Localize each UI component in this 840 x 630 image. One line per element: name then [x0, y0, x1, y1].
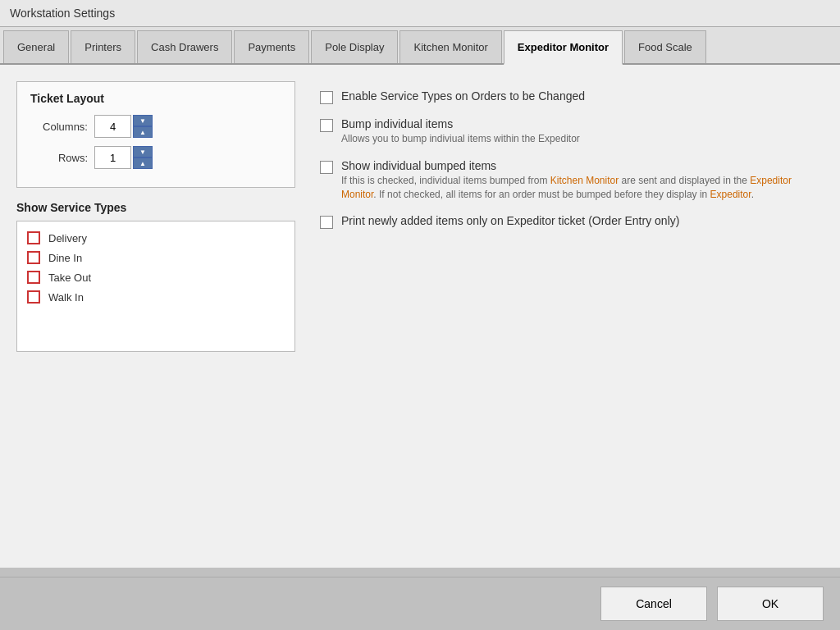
take-out-label: Take Out: [48, 272, 91, 284]
ok-button[interactable]: OK: [717, 587, 824, 621]
tab-cash-drawers[interactable]: Cash Drawers: [137, 30, 232, 63]
tab-food-scale[interactable]: Food Scale: [624, 30, 706, 63]
cancel-button[interactable]: Cancel: [600, 587, 707, 621]
tab-pole-display[interactable]: Pole Display: [311, 30, 398, 63]
show-bumped-label: Show individual bumped items: [341, 159, 824, 172]
show-bumped-desc3: . If not checked, all items for an order…: [373, 189, 710, 200]
option-enable-service-types: Enable Service Types on Orders to be Cha…: [320, 89, 824, 104]
bottom-bar: Cancel OK: [0, 577, 840, 630]
tab-payments[interactable]: Payments: [234, 30, 309, 63]
tab-general[interactable]: General: [3, 30, 69, 63]
enable-service-types-content: Enable Service Types on Orders to be Cha…: [341, 89, 824, 104]
rows-down-btn[interactable]: ▼: [133, 146, 153, 158]
show-bumped-highlight1: Kitchen Monitor: [550, 175, 619, 186]
dine-in-checkbox[interactable]: [27, 251, 40, 264]
delivery-label: Delivery: [48, 232, 87, 244]
show-bumped-desc: If this is checked, individual items bum…: [341, 174, 824, 202]
columns-row: Columns: ▼ ▲: [30, 115, 281, 138]
content-area: Ticket Layout Columns: ▼ ▲ Rows:: [16, 81, 824, 352]
columns-spinner-btns: ▼ ▲: [133, 115, 153, 138]
service-types-list: Delivery Dine In Take Out Walk In: [16, 221, 295, 352]
service-types-title: Show Service Types: [16, 201, 295, 214]
tab-printers[interactable]: Printers: [71, 30, 135, 63]
print-newly-content: Print newly added items only on Expedito…: [341, 214, 824, 229]
tab-kitchen-monitor[interactable]: Kitchen Monitor: [399, 30, 501, 63]
rows-spinner: ▼ ▲: [94, 146, 153, 169]
rows-row: Rows: ▼ ▲: [30, 146, 281, 169]
option-show-bumped: Show individual bumped items If this is …: [320, 159, 824, 202]
show-bumped-desc2: are sent and displayed in the: [619, 175, 750, 186]
columns-down-btn[interactable]: ▼: [133, 115, 153, 126]
rows-up-btn[interactable]: ▲: [133, 158, 153, 169]
show-bumped-highlight3: Expeditor: [710, 189, 751, 200]
enable-service-types-label: Enable Service Types on Orders to be Cha…: [341, 89, 824, 103]
rows-label: Rows:: [30, 152, 88, 164]
list-item: Delivery: [24, 228, 288, 248]
option-print-newly: Print newly added items only on Expedito…: [320, 214, 824, 229]
ticket-layout-title: Ticket Layout: [30, 92, 281, 105]
columns-label: Columns:: [30, 121, 88, 133]
bump-individual-label: Bump individual items: [341, 117, 824, 130]
list-item: Walk In: [24, 287, 288, 307]
option-bump-individual: Bump individual items Allows you to bump…: [320, 117, 824, 146]
rows-input[interactable]: [94, 146, 131, 169]
title-bar: Workstation Settings: [0, 0, 840, 27]
enable-service-types-checkbox[interactable]: [320, 91, 333, 104]
columns-spinner: ▼ ▲: [94, 115, 153, 138]
bump-individual-desc: Allows you to bump indiviual items withi…: [341, 132, 824, 146]
rows-spinner-btns: ▼ ▲: [133, 146, 153, 169]
right-panel: Enable Service Types on Orders to be Cha…: [320, 81, 824, 352]
service-types-section: Show Service Types Delivery Dine In Take…: [16, 201, 295, 352]
list-item: Dine In: [24, 248, 288, 267]
list-item: Take Out: [24, 267, 288, 287]
tabs-container: General Printers Cash Drawers Payments P…: [0, 27, 840, 65]
dine-in-label: Dine In: [48, 252, 82, 264]
walk-in-checkbox[interactable]: [27, 290, 40, 304]
print-newly-checkbox[interactable]: [320, 216, 333, 229]
columns-input[interactable]: [94, 115, 131, 138]
ticket-layout-section: Ticket Layout Columns: ▼ ▲ Rows:: [16, 81, 295, 188]
show-bumped-desc4: .: [751, 189, 754, 200]
tab-expeditor-monitor[interactable]: Expeditor Monitor: [504, 30, 623, 65]
show-bumped-checkbox[interactable]: [320, 161, 333, 174]
show-bumped-content: Show individual bumped items If this is …: [341, 159, 824, 202]
bump-individual-checkbox[interactable]: [320, 119, 333, 132]
show-bumped-desc1: If this is checked, individual items bum…: [341, 175, 550, 186]
columns-up-btn[interactable]: ▲: [133, 126, 153, 138]
take-out-checkbox[interactable]: [27, 271, 40, 284]
bump-individual-content: Bump individual items Allows you to bump…: [341, 117, 824, 146]
print-newly-label: Print newly added items only on Expedito…: [341, 214, 824, 227]
title-label: Workstation Settings: [10, 7, 115, 20]
delivery-checkbox[interactable]: [27, 231, 40, 244]
main-content: Ticket Layout Columns: ▼ ▲ Rows:: [0, 65, 840, 568]
left-panel: Ticket Layout Columns: ▼ ▲ Rows:: [16, 81, 295, 352]
walk-in-label: Walk In: [48, 291, 84, 304]
